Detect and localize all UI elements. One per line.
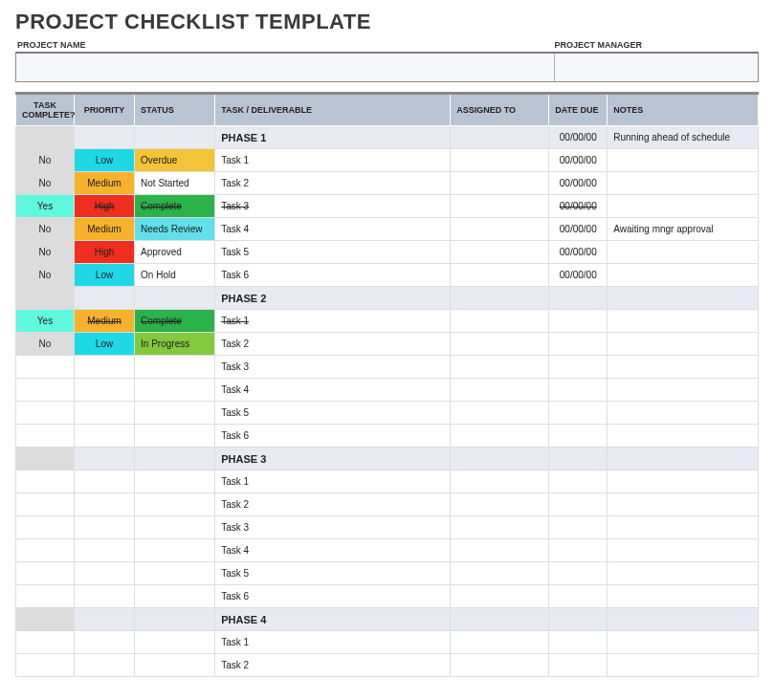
cell-notes[interactable] xyxy=(608,172,759,195)
cell-complete[interactable]: No xyxy=(16,149,75,172)
cell-priority[interactable] xyxy=(74,631,134,654)
cell-complete[interactable] xyxy=(16,379,75,402)
cell-priority[interactable] xyxy=(74,287,134,310)
cell-due[interactable]: 00/00/00 xyxy=(549,264,608,287)
cell-assigned[interactable] xyxy=(451,608,549,631)
cell-assigned[interactable] xyxy=(451,172,549,195)
cell-complete[interactable] xyxy=(16,631,75,654)
cell-complete[interactable]: No xyxy=(16,241,75,264)
cell-notes[interactable] xyxy=(608,631,759,654)
table-row[interactable]: NoLowOverdueTask 100/00/00 xyxy=(16,149,759,172)
cell-priority[interactable]: High xyxy=(74,195,134,218)
table-row[interactable]: NoLowOn HoldTask 600/00/00 xyxy=(16,264,759,287)
table-row[interactable]: Task 4 xyxy=(16,379,759,402)
cell-complete[interactable] xyxy=(16,654,75,677)
cell-status[interactable]: Complete xyxy=(135,195,215,218)
cell-due[interactable]: 00/00/00 xyxy=(549,241,608,264)
cell-status[interactable] xyxy=(135,126,215,149)
cell-assigned[interactable] xyxy=(451,218,549,241)
cell-priority[interactable]: Medium xyxy=(74,172,134,195)
cell-notes[interactable] xyxy=(608,516,759,539)
cell-task[interactable]: Task 2 xyxy=(215,172,451,195)
cell-complete[interactable]: No xyxy=(16,218,75,241)
cell-due[interactable] xyxy=(549,333,608,356)
cell-complete[interactable] xyxy=(16,425,75,448)
table-row[interactable]: Task 4 xyxy=(16,539,759,562)
cell-assigned[interactable] xyxy=(451,562,549,585)
cell-status[interactable] xyxy=(135,356,215,379)
cell-assigned[interactable] xyxy=(451,516,549,539)
cell-task[interactable]: Task 5 xyxy=(215,562,451,585)
cell-task[interactable]: Task 5 xyxy=(215,402,451,425)
table-row[interactable]: NoLowIn ProgressTask 2 xyxy=(16,333,759,356)
cell-status[interactable]: Overdue xyxy=(135,149,215,172)
cell-task[interactable]: PHASE 4 xyxy=(215,608,451,631)
cell-due[interactable]: 00/00/00 xyxy=(549,149,608,172)
cell-complete[interactable] xyxy=(16,585,75,608)
cell-notes[interactable] xyxy=(608,562,759,585)
cell-task[interactable]: Task 3 xyxy=(215,516,451,539)
cell-task[interactable]: Task 1 xyxy=(215,310,451,333)
cell-task[interactable]: Task 5 xyxy=(215,241,451,264)
cell-notes[interactable] xyxy=(608,425,759,448)
cell-priority[interactable] xyxy=(74,356,134,379)
cell-complete[interactable]: Yes xyxy=(16,195,75,218)
cell-notes[interactable] xyxy=(608,264,759,287)
cell-priority[interactable] xyxy=(74,654,134,677)
cell-notes[interactable] xyxy=(608,333,759,356)
cell-priority[interactable] xyxy=(74,448,134,470)
cell-status[interactable]: Complete xyxy=(135,310,215,333)
table-row[interactable]: Task 6 xyxy=(16,425,759,448)
cell-task[interactable]: Task 6 xyxy=(215,585,451,608)
cell-assigned[interactable] xyxy=(451,264,549,287)
cell-assigned[interactable] xyxy=(451,448,549,470)
cell-due[interactable] xyxy=(549,310,608,333)
table-row[interactable]: NoHighApprovedTask 500/00/00 xyxy=(16,241,759,264)
cell-assigned[interactable] xyxy=(451,539,549,562)
cell-status[interactable] xyxy=(135,562,215,585)
cell-task[interactable]: Task 2 xyxy=(215,333,451,356)
cell-notes[interactable]: Awaiting mngr approval xyxy=(608,218,759,241)
cell-complete[interactable] xyxy=(16,287,75,310)
cell-notes[interactable] xyxy=(608,493,759,516)
cell-assigned[interactable] xyxy=(451,493,549,516)
cell-priority[interactable] xyxy=(74,608,134,631)
cell-task[interactable]: Task 1 xyxy=(215,470,451,493)
cell-task[interactable]: PHASE 3 xyxy=(215,448,451,470)
table-row[interactable]: YesHighCompleteTask 300/00/00 xyxy=(16,195,759,218)
cell-due[interactable] xyxy=(549,562,608,585)
cell-assigned[interactable] xyxy=(451,356,549,379)
cell-notes[interactable] xyxy=(608,608,759,631)
cell-task[interactable]: Task 3 xyxy=(215,195,451,218)
cell-task[interactable]: Task 6 xyxy=(215,264,451,287)
cell-complete[interactable] xyxy=(16,516,75,539)
table-row[interactable]: PHASE 2 xyxy=(16,287,759,310)
cell-complete[interactable] xyxy=(16,608,75,631)
table-row[interactable]: Task 5 xyxy=(16,562,759,585)
cell-status[interactable] xyxy=(135,516,215,539)
cell-priority[interactable] xyxy=(74,562,134,585)
cell-due[interactable] xyxy=(549,539,608,562)
cell-notes[interactable] xyxy=(608,448,759,470)
cell-priority[interactable] xyxy=(74,470,134,493)
cell-complete[interactable] xyxy=(16,470,75,493)
cell-task[interactable]: Task 2 xyxy=(215,493,451,516)
table-row[interactable]: Task 2 xyxy=(16,493,759,516)
cell-complete[interactable] xyxy=(16,493,75,516)
cell-due[interactable]: 00/00/00 xyxy=(549,126,608,149)
project-name-input[interactable] xyxy=(16,54,555,81)
cell-status[interactable]: On Hold xyxy=(135,264,215,287)
cell-status[interactable] xyxy=(135,287,215,310)
table-row[interactable]: Task 3 xyxy=(16,356,759,379)
project-manager-input[interactable] xyxy=(555,54,758,81)
cell-priority[interactable]: Low xyxy=(74,333,134,356)
cell-due[interactable] xyxy=(549,585,608,608)
cell-notes[interactable] xyxy=(608,310,759,333)
cell-notes[interactable] xyxy=(608,149,759,172)
cell-priority[interactable]: Medium xyxy=(74,218,134,241)
cell-notes[interactable] xyxy=(608,585,759,608)
cell-due[interactable] xyxy=(549,379,608,402)
cell-due[interactable] xyxy=(549,516,608,539)
cell-status[interactable]: In Progress xyxy=(135,333,215,356)
cell-complete[interactable]: No xyxy=(16,333,75,356)
